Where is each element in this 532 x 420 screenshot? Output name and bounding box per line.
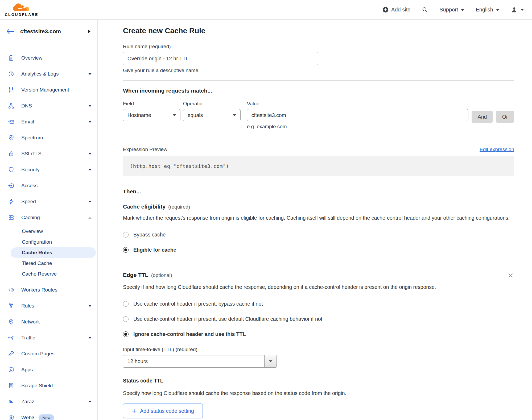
sidebar-item-speed[interactable]: Speed	[0, 194, 97, 210]
rule-name-input[interactable]	[123, 52, 318, 65]
main-content: Create new Cache Rule Rule name (require…	[98, 20, 532, 420]
sidebar-item-dns[interactable]: DNS	[0, 98, 97, 114]
chevron-down-icon	[173, 114, 176, 116]
access-icon	[8, 182, 14, 189]
chevron-down-icon	[88, 401, 92, 403]
cloudflare-logo[interactable]: CLOUDFLARE	[5, 3, 38, 17]
add-site-label: Add site	[391, 7, 410, 13]
edge-ttl-heading-row: Edge TTL (optional)	[123, 272, 514, 279]
expression-code: (http.host eq "cftestsite3.com")	[130, 163, 229, 169]
search-button[interactable]	[422, 6, 428, 13]
radio-unchecked-icon[interactable]	[123, 232, 129, 238]
bypass-cache-option[interactable]: Bypass cache	[123, 232, 514, 238]
sidebar-item-security[interactable]: Security	[0, 162, 97, 178]
overview-icon	[8, 55, 14, 61]
security-shield-icon	[8, 167, 14, 173]
support-menu[interactable]: Support	[439, 7, 464, 13]
radio-unchecked-icon[interactable]	[123, 316, 129, 322]
chevron-down-icon	[88, 305, 92, 307]
match-heading: When incoming requests match...	[123, 88, 514, 94]
cloudflare-wordmark: CLOUDFLARE	[5, 13, 38, 17]
account-menu[interactable]	[511, 6, 524, 13]
chevron-down-icon	[520, 9, 524, 11]
cache-eligibility-heading-row: Cache eligibility (required)	[123, 203, 514, 210]
expression-preview-row: Expression Preview Edit expression	[123, 147, 514, 152]
back-arrow-icon[interactable]	[6, 28, 14, 35]
add-site-button[interactable]: Add site	[382, 7, 410, 13]
field-label: Field	[123, 101, 180, 107]
sidebar-item-overview[interactable]: Overview	[0, 50, 97, 66]
sidebar-item-zaraz[interactable]: Zaraz	[0, 394, 97, 410]
cache-eligibility-description: Mark whether the request's response from…	[123, 214, 514, 222]
and-button[interactable]: And	[472, 111, 493, 123]
workers-routes-icon	[8, 287, 14, 293]
dns-icon	[8, 103, 14, 109]
section-divider	[123, 80, 514, 81]
sidebar-item-cache-reserve[interactable]: Cache Reserve	[0, 269, 97, 279]
sidebar-item-analytics-logs[interactable]: Analytics & Logs	[0, 66, 97, 82]
top-bar-actions: Add site Support English	[382, 6, 524, 13]
chevron-down-icon	[88, 201, 92, 203]
sidebar-item-workers-routes[interactable]: Workers Routes	[0, 282, 97, 298]
cloudflare-dashboard: CLOUDFLARE Add site Support English	[0, 0, 532, 420]
chevron-up-icon	[88, 217, 92, 219]
sidebar-item-scrape-shield[interactable]: Scrape Shield	[0, 378, 97, 394]
sidebar-item-email[interactable]: Email	[0, 114, 97, 130]
sidebar-item-traffic[interactable]: Traffic	[0, 330, 97, 346]
chevron-down-icon	[88, 337, 92, 339]
sidebar-item-apps[interactable]: Apps	[0, 362, 97, 378]
or-button[interactable]: Or	[496, 111, 514, 123]
chevron-down-icon	[233, 114, 236, 116]
eligible-for-cache-option[interactable]: Eligible for cache	[123, 247, 514, 253]
email-icon	[8, 119, 14, 125]
version-management-icon	[8, 87, 14, 93]
radio-unchecked-icon[interactable]	[123, 301, 129, 307]
required-tag: (required)	[168, 204, 190, 210]
sidebar-item-version-management[interactable]: Version Management	[0, 82, 97, 98]
new-badge: New	[39, 414, 54, 420]
apps-icon	[8, 367, 14, 373]
site-name: cftestsite3.com	[20, 28, 88, 35]
chevron-down-icon	[496, 9, 500, 11]
sidebar-item-caching[interactable]: Caching	[0, 210, 97, 226]
search-icon	[422, 6, 428, 13]
field-select[interactable]: Hostname	[123, 109, 180, 121]
edge-ttl-option-ignore[interactable]: Ignore cache-control header and use this…	[123, 331, 514, 337]
edge-ttl-option-default[interactable]: Use cache-control header if present, use…	[123, 316, 514, 322]
sidebar-nav: Overview Analytics & Logs Version Manage…	[0, 43, 97, 420]
sidebar-item-caching-overview[interactable]: Overview	[0, 226, 97, 237]
match-value-input[interactable]	[247, 109, 468, 121]
add-status-code-setting-button[interactable]: Add status code setting	[123, 404, 203, 418]
user-icon	[511, 6, 518, 13]
sidebar-item-rules[interactable]: Rules	[0, 298, 97, 314]
chevron-down-icon	[461, 9, 464, 11]
radio-checked-icon[interactable]	[123, 331, 129, 337]
chevron-down-icon	[88, 73, 92, 75]
ttl-select[interactable]: 12 hours	[123, 355, 277, 368]
sidebar-item-spectrum[interactable]: Spectrum	[0, 130, 97, 146]
sidebar-item-ssl-tls[interactable]: SSL/TLS	[0, 146, 97, 162]
operator-label: Operator	[183, 101, 241, 107]
sidebar-item-cache-rules[interactable]: Cache Rules	[11, 247, 96, 258]
match-builder-row: Field Hostname Operator equals Value	[123, 101, 514, 130]
sidebar-item-caching-configuration[interactable]: Configuration	[0, 237, 97, 247]
radio-checked-icon[interactable]	[123, 247, 129, 253]
sidebar-item-network[interactable]: Network	[0, 314, 97, 330]
sidebar-item-custom-pages[interactable]: Custom Pages	[0, 346, 97, 362]
chevron-down-icon	[88, 153, 92, 155]
operator-select[interactable]: equals	[183, 109, 241, 121]
site-expand-icon[interactable]	[88, 30, 90, 33]
ttl-input-label: Input time-to-live (TTL) (required)	[123, 347, 514, 352]
ssl-tls-icon	[8, 151, 14, 157]
language-menu[interactable]: English	[476, 7, 500, 13]
sidebar-item-access[interactable]: Access	[0, 178, 97, 194]
sidebar-item-web3[interactable]: Web3 New	[0, 410, 97, 420]
edge-ttl-option-bypass[interactable]: Use cache-control header if present, byp…	[123, 301, 514, 307]
edge-ttl-description: Specify if and how long Cloudflare shoul…	[123, 283, 438, 291]
expression-preview-label: Expression Preview	[123, 147, 167, 152]
close-icon[interactable]	[507, 272, 514, 279]
caching-sub-nav: Overview Configuration Cache Rules Tiere…	[0, 226, 97, 279]
sidebar-item-tiered-cache[interactable]: Tiered Cache	[0, 258, 97, 269]
edit-expression-link[interactable]: Edit expression	[480, 147, 514, 152]
optional-tag: (optional)	[151, 272, 172, 278]
